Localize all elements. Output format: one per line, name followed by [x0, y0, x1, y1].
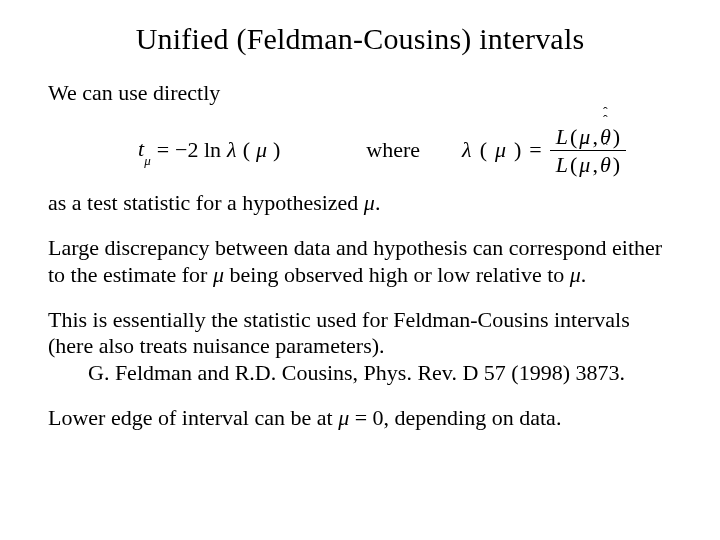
var-t: tμ — [138, 136, 151, 165]
paragraph-discrepancy: Large discrepancy between data and hypot… — [48, 235, 672, 289]
denominator: L( ˆ μ , ˆ θ ) — [550, 151, 626, 176]
equation-row: tμ = −2 ln λ(μ) where λ(μ) = L(μ, ˆ ˆ θ … — [138, 125, 672, 176]
minus-two-ln: −2 ln — [175, 137, 221, 163]
theta-hat: ˆ θ — [600, 153, 611, 176]
equation-rhs: λ(μ) = L(μ, ˆ ˆ θ ) L( ˆ μ — [462, 125, 626, 176]
lparen: ( — [243, 137, 250, 163]
where-label: where — [366, 137, 420, 163]
equation-lhs: tμ = −2 ln λ(μ) — [138, 136, 280, 165]
slide-title: Unified (Feldman-Cousins) intervals — [48, 22, 672, 56]
mu-arg: μ — [256, 137, 267, 163]
paragraph-fc: This is essentially the statistic used f… — [48, 307, 672, 361]
equals-sign: = — [157, 137, 169, 163]
paragraph-intro: We can use directly — [48, 80, 672, 107]
equals-sign-rhs: = — [529, 137, 541, 163]
rparen: ) — [273, 137, 280, 163]
slide: Unified (Feldman-Cousins) intervals We c… — [0, 0, 720, 432]
mu-hat: ˆ μ — [579, 153, 590, 176]
lambda-rhs: λ — [462, 137, 472, 163]
paragraph-test-statistic: as a test statistic for a hypothesized μ… — [48, 190, 672, 217]
likelihood-ratio: L(μ, ˆ ˆ θ ) L( ˆ μ , ˆ — [550, 125, 626, 176]
reference: G. Feldman and R.D. Cousins, Phys. Rev. … — [48, 360, 672, 387]
paragraph-lower-edge: Lower edge of interval can be at μ = 0, … — [48, 405, 672, 432]
numerator: L(μ, ˆ ˆ θ ) — [550, 125, 626, 151]
lambda: λ — [227, 137, 237, 163]
